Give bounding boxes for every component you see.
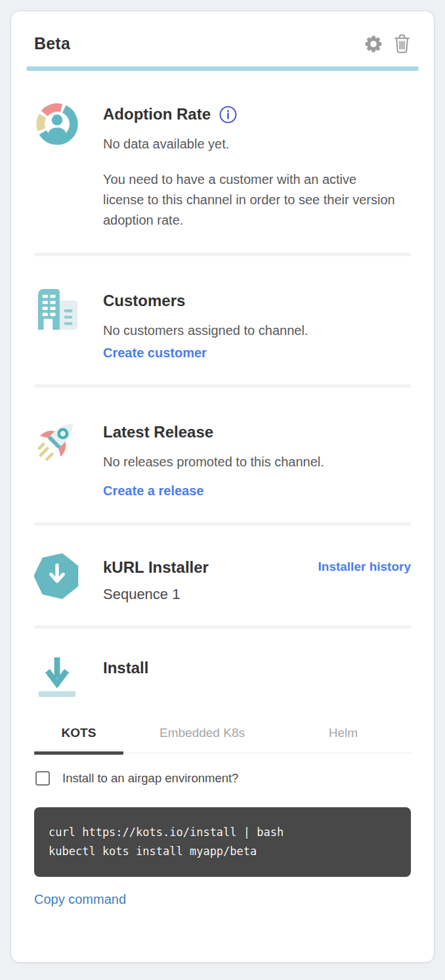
kurl-heptagon-icon	[34, 552, 103, 603]
gear-icon	[364, 46, 383, 56]
installer-history-link[interactable]: Installer history	[318, 560, 412, 574]
installer-sequence-text: Sequence 1	[103, 586, 411, 603]
release-empty-message: No releases promoted to this channel.	[103, 452, 411, 472]
customers-content: Customers No customers assigned to chann…	[103, 285, 411, 361]
section-divider	[34, 625, 411, 629]
channel-card-header: Beta	[34, 33, 411, 54]
kurl-installer-content: kURL Installer Installer history Sequenc…	[103, 552, 411, 603]
customers-empty-message: No customers assigned to channel.	[103, 321, 411, 340]
command-line: curl https://kots.io/install | bash	[49, 823, 396, 842]
kurl-installer-title: kURL Installer	[103, 558, 209, 577]
install-tabs: KOTS Embedded K8s Helm	[34, 722, 411, 753]
adoption-rate-title: Adoption Rate	[103, 105, 411, 123]
channel-card: Beta	[11, 11, 434, 963]
install-command-block: curl https://kots.io/install | bashkubec…	[34, 807, 411, 877]
channel-settings-button[interactable]	[364, 34, 383, 54]
rocket-icon	[34, 416, 103, 499]
kurl-title-row: kURL Installer Installer history	[103, 552, 411, 577]
info-icon[interactable]	[219, 106, 237, 123]
airgap-checkbox[interactable]	[35, 771, 50, 786]
adoption-rate-title-text: Adoption Rate	[103, 105, 211, 123]
channel-accent-underline	[26, 66, 419, 71]
create-customer-link[interactable]: Create customer	[103, 345, 207, 361]
tab-helm[interactable]: Helm	[281, 722, 406, 753]
header-actions	[364, 33, 411, 54]
install-section: Install	[34, 652, 411, 703]
adoption-hint-text: You need to have a customer with an acti…	[103, 169, 398, 231]
tab-embedded-k8s[interactable]: Embedded K8s	[123, 722, 281, 753]
adoption-rate-section: Adoption Rate No data available yet. You…	[34, 99, 411, 231]
kurl-installer-section: kURL Installer Installer history Sequenc…	[34, 552, 411, 603]
customers-title: Customers	[103, 292, 411, 310]
section-divider	[34, 384, 411, 388]
channel-delete-button[interactable]	[393, 33, 411, 54]
section-divider	[34, 253, 411, 256]
install-content: Install	[103, 652, 411, 703]
create-release-link[interactable]: Create a release	[103, 483, 203, 499]
airgap-label: Install to an airgap environment?	[62, 771, 238, 786]
latest-release-title: Latest Release	[103, 423, 411, 441]
tab-kots[interactable]: KOTS	[34, 722, 123, 753]
adoption-donut-icon	[34, 99, 103, 231]
latest-release-section: Latest Release No releases promoted to t…	[34, 416, 411, 499]
trash-icon	[393, 46, 411, 56]
buildings-icon	[34, 285, 103, 361]
install-title: Install	[103, 659, 411, 677]
adoption-empty-message: No data available yet.	[103, 134, 411, 154]
copy-command-link[interactable]: Copy command	[34, 892, 126, 907]
adoption-rate-content: Adoption Rate No data available yet. You…	[103, 99, 411, 231]
command-line: kubectl kots install myapp/beta	[49, 842, 396, 861]
download-icon	[34, 652, 103, 703]
airgap-row: Install to an airgap environment?	[34, 771, 411, 786]
customers-section: Customers No customers assigned to chann…	[34, 285, 411, 361]
latest-release-content: Latest Release No releases promoted to t…	[103, 416, 411, 499]
section-divider	[34, 522, 411, 525]
channel-title: Beta	[34, 34, 70, 53]
